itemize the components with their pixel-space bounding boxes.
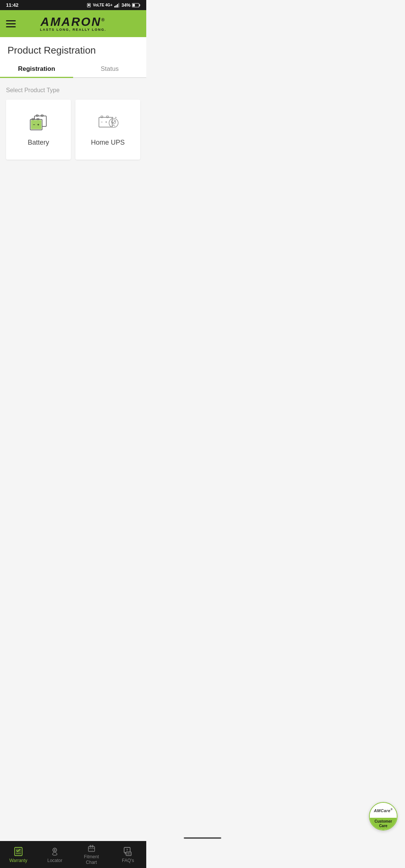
faqs-nav-label: FAQ's (122, 858, 134, 863)
logo-name: AMARON® (40, 16, 106, 28)
svg-text:?: ? (128, 852, 129, 856)
svg-rect-14 (37, 118, 39, 120)
logo-tagline: Lasts Long, Really Long. (40, 28, 106, 31)
svg-rect-8 (133, 4, 135, 6)
app-header: AMARON® Lasts Long, Really Long. (0, 10, 146, 37)
svg-rect-1 (88, 4, 90, 6)
warranty-icon (13, 846, 24, 856)
fitment-chart-icon: − + (86, 844, 97, 853)
time: 11:42 (6, 2, 18, 8)
nav-locator[interactable]: Locator (37, 841, 74, 868)
home-ups-label: Home UPS (91, 139, 124, 147)
network-label: VoLTE 4G+ (93, 3, 112, 7)
nav-faqs[interactable]: ? ? FAQ's (110, 841, 147, 868)
page-title: Product Registration (0, 37, 146, 56)
sim-icon (86, 3, 92, 8)
product-cards: − + Battery − + (6, 100, 140, 160)
status-icons: VoLTE 4G+ 34% (86, 3, 140, 8)
svg-text:−: − (33, 123, 35, 127)
bottom-nav: Warranty Locator − + FitmentChart ? ? (0, 841, 146, 868)
svg-rect-3 (116, 5, 117, 7)
svg-text:?: ? (126, 848, 128, 852)
svg-text:✦: ✦ (111, 115, 114, 119)
svg-text:✦: ✦ (114, 115, 117, 119)
svg-text:−   +: − + (90, 849, 93, 851)
battery-status-icon (132, 3, 140, 7)
battery-percent: 34% (122, 3, 130, 8)
svg-rect-7 (140, 4, 140, 6)
hamburger-menu[interactable] (6, 20, 16, 27)
logo-container: AMARON® Lasts Long, Really Long. (22, 16, 124, 31)
battery-label: Battery (28, 139, 49, 147)
svg-text:+: + (105, 120, 107, 124)
battery-product-icon: − + (28, 113, 49, 133)
fitment-chart-nav-label: FitmentChart (84, 854, 99, 865)
page-content: Product Registration Registration Status (0, 37, 146, 78)
svg-rect-11 (41, 115, 43, 116)
locator-icon (50, 846, 60, 856)
svg-text:−: − (100, 120, 103, 124)
svg-rect-15 (31, 120, 41, 129)
svg-point-33 (54, 849, 56, 851)
main-area: Select Product Type − + Battery (0, 78, 146, 288)
tabs-container: Registration Status (0, 61, 146, 78)
svg-rect-36 (92, 845, 93, 847)
nav-warranty[interactable]: Warranty (0, 841, 37, 868)
tab-status[interactable]: Status (73, 61, 146, 77)
svg-rect-2 (114, 6, 116, 7)
faqs-icon: ? ? (123, 846, 133, 856)
svg-line-26 (113, 125, 115, 126)
svg-rect-35 (90, 845, 91, 847)
locator-nav-label: Locator (47, 858, 62, 863)
svg-rect-5 (118, 3, 119, 7)
svg-rect-10 (36, 115, 38, 116)
svg-text:+: + (37, 123, 39, 127)
battery-card[interactable]: − + Battery (6, 100, 71, 160)
nav-fitment-chart[interactable]: − + FitmentChart (73, 841, 110, 868)
signal-icon (114, 3, 120, 8)
section-label: Select Product Type (6, 87, 140, 94)
svg-rect-13 (32, 118, 34, 120)
home-ups-card[interactable]: − + ✦ ✦ Home UPS (75, 100, 140, 160)
svg-rect-4 (117, 4, 118, 7)
ups-product-icon: − + ✦ ✦ (98, 113, 118, 133)
logo: AMARON® Lasts Long, Really Long. (40, 16, 106, 31)
status-bar: 11:42 VoLTE 4G+ 34% (0, 0, 146, 10)
warranty-nav-label: Warranty (9, 858, 27, 863)
tab-registration[interactable]: Registration (0, 61, 73, 77)
